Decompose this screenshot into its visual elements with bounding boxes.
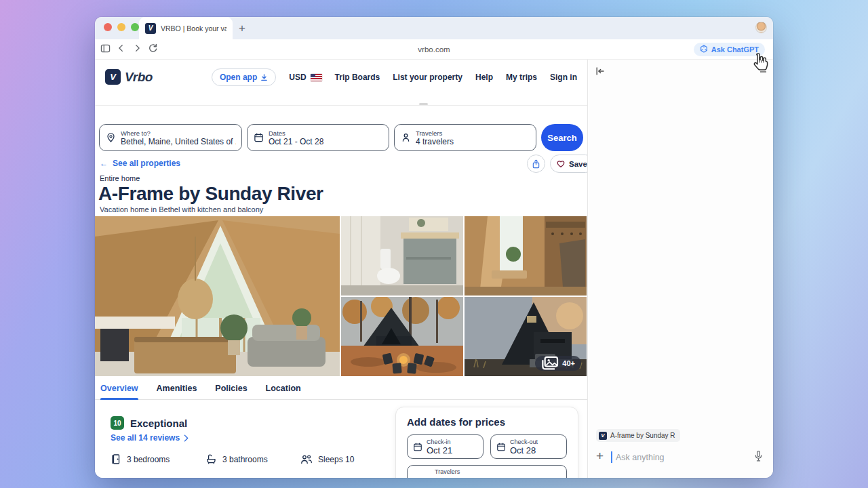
chatgpt-sidebar: V A-frame by Sunday R + Ask anything — [587, 60, 773, 478]
ask-input[interactable]: Ask anything — [616, 453, 665, 462]
profile-avatar[interactable] — [755, 22, 767, 33]
fact-bathrooms: 3 bathrooms — [205, 453, 300, 465]
dates-label: Dates — [269, 129, 323, 137]
new-tab-button[interactable]: + — [234, 20, 250, 37]
page-context-chip[interactable]: V A-frame by Sunday R — [596, 429, 680, 442]
vrbo-favicon: V — [599, 432, 607, 440]
fact-bathrooms-label: 3 bathrooms — [222, 455, 268, 464]
booking-travelers-field[interactable]: Travelers — [407, 465, 567, 478]
cursor-underscore — [760, 71, 766, 73]
save-label: Save — [569, 160, 587, 168]
window-content: V Vrbo Open app USD Trip Boards List you… — [95, 60, 773, 478]
attach-plus-icon[interactable]: + — [596, 449, 604, 464]
tab-policies[interactable]: Policies — [215, 378, 247, 400]
currency-selector[interactable]: USD — [289, 73, 321, 82]
currency-label: USD — [289, 73, 306, 82]
photo-count-badge[interactable]: 40+ — [535, 356, 581, 371]
travelers-label: Travelers — [416, 129, 454, 137]
traveler-icon — [401, 132, 411, 143]
ask-input-row: + Ask anything — [588, 447, 773, 468]
property-subtitle: Vacation home in Bethel with kitchen and… — [100, 205, 263, 214]
checkout-label: Check-out — [510, 439, 538, 445]
where-to-label: Where to? — [121, 129, 236, 137]
property-facts: 3 bedrooms 3 bathrooms Sleeps 10 — [111, 453, 395, 465]
location-pin-icon — [106, 132, 116, 143]
vrbo-logo-text: Vrbo — [125, 70, 153, 85]
chevron-right-icon — [184, 434, 189, 442]
checkout-value: Oct 28 — [510, 445, 538, 455]
vrbo-logo[interactable]: V Vrbo — [105, 69, 153, 85]
photo-bathroom[interactable] — [341, 216, 463, 296]
checkout-field[interactable]: Check-out Oct 28 — [490, 434, 567, 459]
us-flag-icon — [311, 74, 322, 81]
browser-toolbar: vrbo.com Ask ChatGPT — [95, 39, 773, 60]
photo-aframe-interior[interactable] — [95, 216, 340, 376]
photo-count-label: 40+ — [562, 359, 575, 367]
search-button[interactable]: Search — [541, 124, 583, 151]
tab-bar: V VRBO | Book your vaca + — [95, 17, 773, 39]
zoom-window-button[interactable] — [131, 23, 139, 31]
nav-sign-in[interactable]: Sign in — [550, 73, 577, 82]
people-icon — [300, 454, 313, 465]
booking-card: Add dates for prices Check-in Oct 21 Che… — [395, 407, 578, 478]
nav-list-your-property[interactable]: List your property — [393, 73, 462, 82]
checkin-label: Check-in — [427, 439, 452, 445]
text-caret — [611, 451, 612, 463]
vrbo-page: V Vrbo Open app USD Trip Boards List you… — [95, 60, 587, 478]
header-divider — [95, 105, 587, 106]
dates-value: Oct 21 - Oct 28 — [269, 137, 323, 146]
share-button[interactable] — [527, 155, 545, 173]
listing-tabs: Overview Amenities Policies Location — [95, 378, 587, 400]
door-icon — [111, 453, 121, 465]
search-bar: Where to? Bethel, Maine, United States o… — [95, 124, 587, 151]
microphone-icon[interactable] — [753, 450, 764, 466]
close-window-button[interactable] — [104, 23, 112, 31]
window-controls — [104, 23, 139, 31]
travelers-field[interactable]: Travelers 4 travelers — [394, 124, 536, 151]
back-arrow-icon: ← — [100, 159, 108, 168]
fact-sleeps-label: Sleeps 10 — [318, 455, 354, 464]
vrbo-logo-icon: V — [105, 69, 121, 85]
nav-trip-boards[interactable]: Trip Boards — [335, 73, 380, 82]
checkin-field[interactable]: Check-in Oct 21 — [407, 434, 484, 459]
tab-overview[interactable]: Overview — [100, 378, 138, 400]
download-icon — [260, 74, 268, 81]
nav-my-trips[interactable]: My trips — [506, 73, 537, 82]
photo-exterior-dusk[interactable]: 40+ — [465, 297, 587, 376]
open-app-button[interactable]: Open app — [212, 68, 276, 86]
address-bar[interactable]: vrbo.com — [95, 39, 773, 60]
see-all-reviews-link[interactable]: See all 14 reviews — [111, 433, 189, 443]
reviews-link-label: See all 14 reviews — [111, 433, 180, 443]
photos-icon — [541, 356, 559, 371]
nav-help[interactable]: Help — [475, 73, 493, 82]
tab-amenities[interactable]: Amenities — [157, 378, 197, 400]
calendar-icon — [413, 442, 422, 452]
save-button[interactable]: Save — [550, 155, 587, 173]
where-to-field[interactable]: Where to? Bethel, Maine, United States o… — [99, 124, 242, 151]
fact-bedrooms: 3 bedrooms — [111, 453, 205, 465]
breadcrumb-row: ← See all properties Save — [95, 155, 587, 174]
context-chip-label: A-frame by Sunday R — [610, 432, 675, 439]
active-tab[interactable]: V VRBO | Book your vaca — [139, 17, 233, 39]
see-all-properties-link[interactable]: ← See all properties — [100, 159, 180, 168]
bathtub-icon — [205, 453, 217, 465]
rating-score-badge: 10 — [111, 416, 124, 430]
calendar-icon — [254, 132, 264, 143]
tab-title: VRBO | Book your vaca — [161, 24, 226, 33]
chatgpt-logo-icon — [700, 45, 708, 54]
calendar-icon — [496, 442, 506, 452]
where-to-value: Bethel, Maine, United States of ... — [121, 137, 236, 146]
photo-firepit[interactable] — [341, 297, 463, 376]
minimize-window-button[interactable] — [117, 23, 125, 31]
property-title: A-Frame by Sunday River — [98, 183, 323, 205]
rating-row: 10 Exceptional — [111, 416, 187, 430]
collapse-handle[interactable] — [419, 103, 428, 105]
dates-field[interactable]: Dates Oct 21 - Oct 28 — [247, 124, 389, 151]
photo-entryway[interactable] — [465, 216, 587, 296]
rating-label: Exceptional — [130, 418, 187, 429]
vrbo-nav: Open app USD Trip Boards List your prope… — [212, 60, 577, 95]
property-type: Entire home — [100, 174, 140, 182]
tab-location[interactable]: Location — [266, 378, 301, 400]
collapse-sidebar-icon[interactable] — [595, 66, 605, 79]
travelers-value: 4 travelers — [416, 137, 454, 146]
